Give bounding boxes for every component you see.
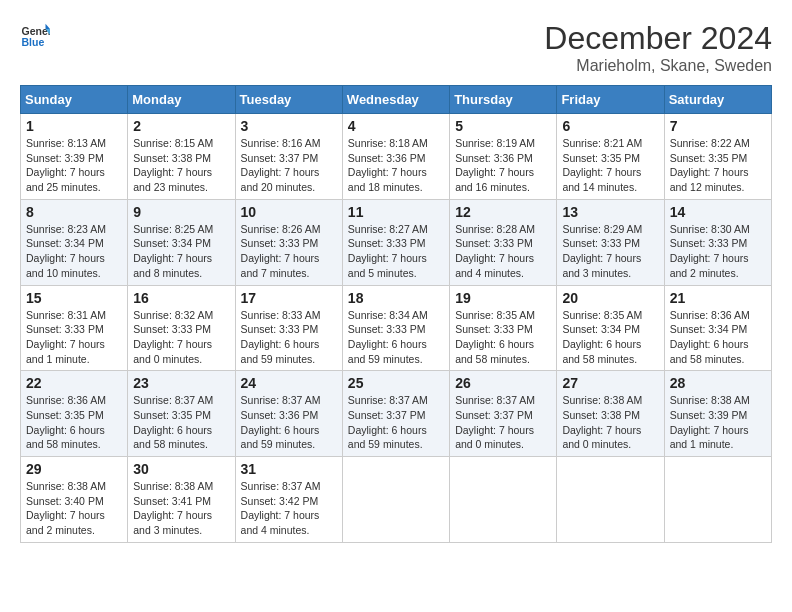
calendar-cell: 23Sunrise: 8:37 AM Sunset: 3:35 PM Dayli… [128,371,235,457]
calendar-cell: 10Sunrise: 8:26 AM Sunset: 3:33 PM Dayli… [235,199,342,285]
day-number: 21 [670,290,766,306]
day-number: 4 [348,118,444,134]
day-number: 19 [455,290,551,306]
day-info: Sunrise: 8:35 AM Sunset: 3:34 PM Dayligh… [562,308,658,367]
day-number: 24 [241,375,337,391]
day-info: Sunrise: 8:27 AM Sunset: 3:33 PM Dayligh… [348,222,444,281]
calendar-cell: 5Sunrise: 8:19 AM Sunset: 3:36 PM Daylig… [450,114,557,200]
day-info: Sunrise: 8:32 AM Sunset: 3:33 PM Dayligh… [133,308,229,367]
month-title: December 2024 [544,20,772,57]
calendar-cell: 21Sunrise: 8:36 AM Sunset: 3:34 PM Dayli… [664,285,771,371]
calendar-cell: 18Sunrise: 8:34 AM Sunset: 3:33 PM Dayli… [342,285,449,371]
day-number: 15 [26,290,122,306]
day-number: 10 [241,204,337,220]
calendar-cell: 20Sunrise: 8:35 AM Sunset: 3:34 PM Dayli… [557,285,664,371]
calendar-cell: 13Sunrise: 8:29 AM Sunset: 3:33 PM Dayli… [557,199,664,285]
weekday-header-row: SundayMondayTuesdayWednesdayThursdayFrid… [21,86,772,114]
day-number: 9 [133,204,229,220]
weekday-header-friday: Friday [557,86,664,114]
week-row-4: 29Sunrise: 8:38 AM Sunset: 3:40 PM Dayli… [21,457,772,543]
day-number: 27 [562,375,658,391]
week-row-0: 1Sunrise: 8:13 AM Sunset: 3:39 PM Daylig… [21,114,772,200]
day-number: 11 [348,204,444,220]
day-info: Sunrise: 8:15 AM Sunset: 3:38 PM Dayligh… [133,136,229,195]
day-info: Sunrise: 8:16 AM Sunset: 3:37 PM Dayligh… [241,136,337,195]
day-number: 23 [133,375,229,391]
calendar-cell: 9Sunrise: 8:25 AM Sunset: 3:34 PM Daylig… [128,199,235,285]
day-info: Sunrise: 8:25 AM Sunset: 3:34 PM Dayligh… [133,222,229,281]
day-number: 7 [670,118,766,134]
day-number: 16 [133,290,229,306]
svg-text:Blue: Blue [22,36,45,48]
weekday-header-sunday: Sunday [21,86,128,114]
day-info: Sunrise: 8:23 AM Sunset: 3:34 PM Dayligh… [26,222,122,281]
calendar-cell [557,457,664,543]
calendar-cell: 7Sunrise: 8:22 AM Sunset: 3:35 PM Daylig… [664,114,771,200]
day-number: 8 [26,204,122,220]
day-info: Sunrise: 8:26 AM Sunset: 3:33 PM Dayligh… [241,222,337,281]
day-number: 1 [26,118,122,134]
day-info: Sunrise: 8:28 AM Sunset: 3:33 PM Dayligh… [455,222,551,281]
calendar-cell: 16Sunrise: 8:32 AM Sunset: 3:33 PM Dayli… [128,285,235,371]
week-row-3: 22Sunrise: 8:36 AM Sunset: 3:35 PM Dayli… [21,371,772,457]
calendar-cell: 31Sunrise: 8:37 AM Sunset: 3:42 PM Dayli… [235,457,342,543]
calendar-cell: 4Sunrise: 8:18 AM Sunset: 3:36 PM Daylig… [342,114,449,200]
day-number: 17 [241,290,337,306]
day-info: Sunrise: 8:38 AM Sunset: 3:40 PM Dayligh… [26,479,122,538]
week-row-2: 15Sunrise: 8:31 AM Sunset: 3:33 PM Dayli… [21,285,772,371]
weekday-header-tuesday: Tuesday [235,86,342,114]
calendar-cell: 12Sunrise: 8:28 AM Sunset: 3:33 PM Dayli… [450,199,557,285]
day-info: Sunrise: 8:37 AM Sunset: 3:42 PM Dayligh… [241,479,337,538]
day-info: Sunrise: 8:31 AM Sunset: 3:33 PM Dayligh… [26,308,122,367]
calendar-cell: 24Sunrise: 8:37 AM Sunset: 3:36 PM Dayli… [235,371,342,457]
calendar-cell: 29Sunrise: 8:38 AM Sunset: 3:40 PM Dayli… [21,457,128,543]
day-number: 30 [133,461,229,477]
day-info: Sunrise: 8:37 AM Sunset: 3:37 PM Dayligh… [455,393,551,452]
calendar-cell: 3Sunrise: 8:16 AM Sunset: 3:37 PM Daylig… [235,114,342,200]
day-info: Sunrise: 8:38 AM Sunset: 3:39 PM Dayligh… [670,393,766,452]
calendar-cell: 19Sunrise: 8:35 AM Sunset: 3:33 PM Dayli… [450,285,557,371]
calendar-cell [342,457,449,543]
calendar-cell: 14Sunrise: 8:30 AM Sunset: 3:33 PM Dayli… [664,199,771,285]
day-number: 14 [670,204,766,220]
calendar-cell: 28Sunrise: 8:38 AM Sunset: 3:39 PM Dayli… [664,371,771,457]
day-info: Sunrise: 8:30 AM Sunset: 3:33 PM Dayligh… [670,222,766,281]
day-info: Sunrise: 8:33 AM Sunset: 3:33 PM Dayligh… [241,308,337,367]
weekday-header-wednesday: Wednesday [342,86,449,114]
calendar-cell: 2Sunrise: 8:15 AM Sunset: 3:38 PM Daylig… [128,114,235,200]
calendar-cell: 8Sunrise: 8:23 AM Sunset: 3:34 PM Daylig… [21,199,128,285]
day-number: 6 [562,118,658,134]
day-info: Sunrise: 8:19 AM Sunset: 3:36 PM Dayligh… [455,136,551,195]
day-info: Sunrise: 8:29 AM Sunset: 3:33 PM Dayligh… [562,222,658,281]
day-info: Sunrise: 8:38 AM Sunset: 3:41 PM Dayligh… [133,479,229,538]
day-info: Sunrise: 8:13 AM Sunset: 3:39 PM Dayligh… [26,136,122,195]
day-info: Sunrise: 8:36 AM Sunset: 3:35 PM Dayligh… [26,393,122,452]
day-number: 26 [455,375,551,391]
day-info: Sunrise: 8:22 AM Sunset: 3:35 PM Dayligh… [670,136,766,195]
day-number: 13 [562,204,658,220]
day-info: Sunrise: 8:37 AM Sunset: 3:37 PM Dayligh… [348,393,444,452]
day-info: Sunrise: 8:36 AM Sunset: 3:34 PM Dayligh… [670,308,766,367]
day-info: Sunrise: 8:37 AM Sunset: 3:35 PM Dayligh… [133,393,229,452]
day-number: 20 [562,290,658,306]
calendar-cell: 27Sunrise: 8:38 AM Sunset: 3:38 PM Dayli… [557,371,664,457]
day-number: 3 [241,118,337,134]
day-number: 2 [133,118,229,134]
calendar-cell [664,457,771,543]
calendar-cell: 25Sunrise: 8:37 AM Sunset: 3:37 PM Dayli… [342,371,449,457]
calendar-cell: 11Sunrise: 8:27 AM Sunset: 3:33 PM Dayli… [342,199,449,285]
page-header: General Blue December 2024 Marieholm, Sk… [20,20,772,75]
calendar-cell: 26Sunrise: 8:37 AM Sunset: 3:37 PM Dayli… [450,371,557,457]
calendar-cell: 30Sunrise: 8:38 AM Sunset: 3:41 PM Dayli… [128,457,235,543]
calendar-cell: 1Sunrise: 8:13 AM Sunset: 3:39 PM Daylig… [21,114,128,200]
day-number: 28 [670,375,766,391]
day-info: Sunrise: 8:37 AM Sunset: 3:36 PM Dayligh… [241,393,337,452]
day-info: Sunrise: 8:35 AM Sunset: 3:33 PM Dayligh… [455,308,551,367]
location-title: Marieholm, Skane, Sweden [544,57,772,75]
day-number: 5 [455,118,551,134]
weekday-header-monday: Monday [128,86,235,114]
title-block: December 2024 Marieholm, Skane, Sweden [544,20,772,75]
day-number: 31 [241,461,337,477]
weekday-header-saturday: Saturday [664,86,771,114]
day-number: 18 [348,290,444,306]
